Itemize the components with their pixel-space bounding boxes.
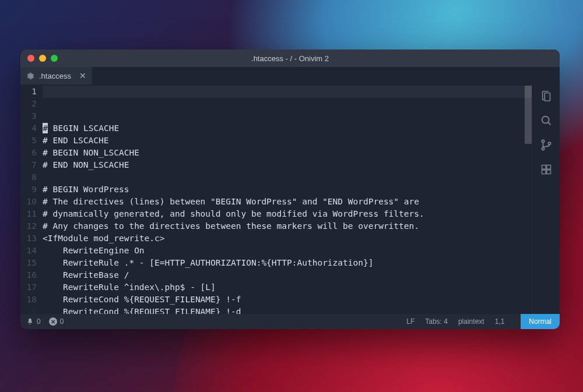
minimize-window-button[interactable] [39, 55, 46, 62]
code-line[interactable]: # The directives (lines) between "BEGIN … [43, 196, 532, 208]
bell-icon [26, 318, 34, 326]
titlebar: .htaccess - / - Onivim 2 [20, 50, 560, 67]
svg-point-3 [542, 147, 544, 150]
code-line[interactable]: # BEGIN WordPress [43, 183, 532, 196]
error-icon: ✕ [49, 317, 57, 326]
filetype-status[interactable]: plaintext [458, 317, 484, 326]
notifications-status[interactable]: 0 [26, 317, 41, 326]
indent-status[interactable]: Tabs: 4 [425, 317, 448, 326]
scrollbar-thumb[interactable] [525, 86, 532, 144]
gear-icon [26, 72, 34, 80]
search-icon[interactable] [539, 114, 553, 128]
svg-rect-6 [546, 165, 550, 169]
code-line[interactable]: # Any changes to the directives between … [43, 220, 532, 232]
cursor-position-status[interactable]: 1,1 [495, 317, 511, 326]
traffic-lights [20, 55, 58, 62]
tab-label: .htaccess [39, 72, 71, 80]
svg-line-1 [547, 122, 550, 125]
code-line[interactable]: # BEGIN NON_LSCACHE [43, 147, 532, 159]
vim-mode-status[interactable]: Normal [521, 314, 560, 329]
code-line[interactable]: RewriteRule .* - [E=HTTP_AUTHORIZATION:%… [43, 257, 532, 269]
extensions-icon[interactable] [539, 163, 553, 176]
svg-rect-7 [542, 170, 546, 174]
tab-bar: .htaccess ✕ [20, 67, 560, 84]
window-title: .htaccess - / - Onivim 2 [20, 54, 560, 63]
svg-point-2 [542, 140, 544, 142]
editor[interactable]: 12345678910111213141516171819 # BEGIN LS… [20, 84, 532, 314]
close-window-button[interactable] [27, 55, 34, 62]
errors-status[interactable]: ✕ 0 [49, 317, 64, 326]
code-line[interactable]: # END NON_LSCACHE [43, 159, 532, 171]
activity-bar [532, 84, 560, 314]
line-ending-status[interactable]: LF [406, 317, 415, 326]
line-number-gutter: 12345678910111213141516171819 [20, 84, 43, 314]
code-line[interactable]: # dynamically generated, and should only… [43, 208, 532, 220]
code-line[interactable]: # BEGIN LSCACHE [43, 122, 532, 135]
code-line[interactable]: RewriteCond %{REQUEST_FILENAME} !-f [43, 294, 532, 306]
svg-point-4 [548, 142, 550, 144]
code-line[interactable] [43, 171, 532, 183]
code-line[interactable]: RewriteRule ^index\.php$ - [L] [43, 281, 532, 294]
code-line[interactable]: RewriteCond %{REQUEST_FILENAME} !-d [43, 306, 532, 314]
code-line[interactable]: # END LSCACHE [43, 135, 532, 147]
current-line-highlight [43, 86, 532, 98]
cursor: # [43, 123, 48, 133]
code-line[interactable]: RewriteBase / [43, 269, 532, 281]
app-window: .htaccess - / - Onivim 2 .htaccess ✕ 123… [20, 50, 560, 329]
code-line[interactable]: <IfModule mod_rewrite.c> [43, 232, 532, 245]
status-bar: 0 ✕ 0 LF Tabs: 4 plaintext 1,1 Normal [20, 314, 560, 329]
svg-point-0 [542, 116, 549, 123]
close-tab-icon[interactable]: ✕ [79, 71, 86, 80]
svg-rect-8 [546, 170, 550, 174]
files-icon[interactable] [539, 89, 553, 103]
source-control-icon[interactable] [539, 138, 553, 152]
code-area[interactable]: # BEGIN LSCACHE# END LSCACHE# BEGIN NON_… [43, 84, 532, 314]
tab-htaccess[interactable]: .htaccess ✕ [20, 67, 92, 84]
code-line[interactable]: RewriteEngine On [43, 245, 532, 257]
maximize-window-button[interactable] [51, 55, 58, 62]
svg-rect-5 [542, 165, 546, 169]
